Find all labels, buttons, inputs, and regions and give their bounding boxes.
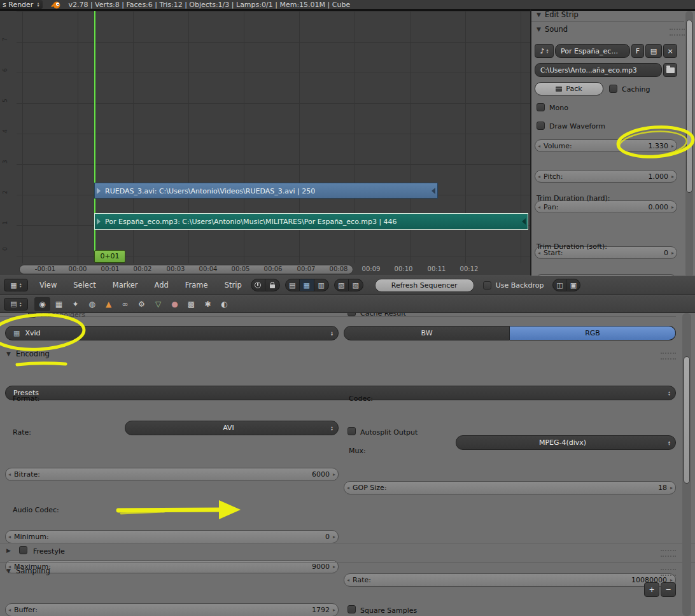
encoding-presets-dropdown[interactable]: Presets [5, 386, 676, 400]
panel-expand-icon: ▼ [6, 568, 11, 574]
properties-editor-icon: ▤ [10, 300, 17, 308]
current-frame-badge[interactable]: 0+01 [94, 250, 125, 263]
scene-icon: ✦ [72, 300, 78, 309]
audio-codec-label: Audio Codec: [13, 506, 59, 514]
proxy-button[interactable]: ▧ [334, 279, 349, 291]
menu-strip[interactable]: Strip [225, 281, 242, 290]
panel-drag-grip[interactable] [661, 353, 676, 360]
tab-scene[interactable]: ✦ [67, 297, 83, 311]
minimum-value: 0 [325, 533, 330, 541]
chevron-updown-icon: ▴▾ [547, 48, 549, 53]
image-stack-button[interactable]: ▣ [566, 279, 580, 291]
caching-checkbox[interactable] [609, 85, 617, 93]
pack-button[interactable]: Pack [535, 82, 603, 95]
pack-label: Pack [566, 85, 582, 93]
panel-drag-grip[interactable] [661, 569, 676, 576]
sound-browse-button[interactable]: ♪ ▴▾ [535, 44, 554, 58]
tab-object[interactable]: ▲ [101, 297, 116, 311]
buffer-field[interactable]: Buffer: 1792 [5, 603, 339, 616]
minus-icon: − [665, 585, 671, 594]
add-preset-button[interactable]: + [644, 582, 659, 597]
panel-drag-grip[interactable] [661, 550, 676, 557]
copy-datablock-button[interactable]: ▤ [645, 44, 662, 58]
menu-frame[interactable]: Frame [185, 281, 208, 290]
gop-size-field[interactable]: GOP Size: 18 [344, 481, 676, 494]
edit-strip-panel-header[interactable]: ▼ Edit Strip [537, 10, 579, 19]
unlink-button[interactable]: × [663, 44, 677, 58]
menu-view[interactable]: View [39, 281, 57, 290]
pitch-label: Pitch: [544, 172, 563, 181]
pitch-field[interactable]: Pitch: 1.000 [535, 170, 677, 183]
use-backdrop-checkbox[interactable] [483, 281, 491, 290]
tab-render-layers[interactable]: ▦ [51, 297, 67, 311]
mux-rate-field[interactable]: Rate: 10080000 [344, 573, 676, 587]
mux-rate-label: Rate: [353, 576, 371, 584]
scrollbar-thumb[interactable] [686, 20, 692, 193]
clapperboard-button[interactable]: ◫ [552, 279, 566, 291]
format-dropdown[interactable]: AVI [125, 421, 339, 435]
bitrate-field[interactable]: Bitrate: 6000 [5, 468, 339, 481]
square-samples-checkbox[interactable] [348, 605, 356, 613]
lock-button[interactable] [265, 279, 280, 291]
tab-data[interactable]: ▽ [150, 297, 166, 311]
draw-waveform-checkbox[interactable] [537, 122, 545, 130]
tab-world[interactable]: ◍ [84, 297, 100, 311]
pan-field[interactable]: Pan: 0.000 [535, 200, 677, 213]
cache-result-checkbox[interactable] [348, 313, 356, 316]
tab-render[interactable]: ◉ [34, 297, 50, 311]
autosplit-checkbox[interactable] [348, 427, 356, 435]
gop-size-label: GOP Size: [353, 484, 387, 492]
menu-add[interactable]: Add [155, 281, 169, 290]
sound-name-field[interactable]: Por España_ec... [555, 44, 630, 58]
channel-label: 3 [2, 157, 12, 166]
time-label: 00:07 [292, 265, 320, 272]
panel-drag-grip[interactable] [670, 29, 685, 36]
menu-select[interactable]: Select [73, 281, 95, 290]
sampling-panel-header[interactable]: ▼ Sampling [6, 566, 50, 575]
tab-texture[interactable]: ▩ [183, 297, 199, 311]
freestyle-panel-header[interactable]: ▶ [6, 547, 11, 554]
mono-checkbox[interactable] [537, 103, 545, 111]
filepath-field[interactable]: C:\Users\Anto...aña_eco.mp3 [535, 63, 662, 77]
properties-scrollbar[interactable] [682, 313, 691, 616]
volume-field[interactable]: Volume: 1.330 [535, 139, 677, 152]
color-mode-rgb-button[interactable]: RGB [510, 326, 676, 340]
object-icon: ▲ [106, 300, 111, 309]
view-sequence-toggle[interactable]: ▤ [285, 279, 300, 291]
codec-dropdown[interactable]: MPEG-4(divx) [456, 435, 676, 450]
editor-type-button[interactable]: ▦ ▴▾ [4, 279, 28, 291]
sidebar-scrollbar[interactable] [685, 11, 693, 276]
tab-physics[interactable]: ◐ [216, 297, 232, 311]
channel-label: 2 [2, 188, 12, 197]
freestyle-checkbox[interactable] [19, 546, 27, 554]
tab-particles[interactable]: ✱ [200, 297, 216, 311]
menu-marker[interactable]: Marker [113, 281, 138, 290]
view-preview-toggle[interactable]: ▥ [314, 279, 329, 291]
sound-panel-header[interactable]: ▼ Sound [537, 25, 568, 34]
file-browse-button[interactable] [663, 63, 677, 77]
fake-user-button[interactable]: F [631, 44, 644, 58]
video-strip[interactable]: RUEDAS_3.avi: C:\Users\Antonio\Videos\RU… [94, 183, 438, 199]
encoding-panel-header[interactable]: ▼ Encoding [6, 349, 50, 358]
pan-value: 0.000 [649, 203, 669, 211]
codec-value: MPEG-4(divx) [539, 438, 586, 447]
audio-strip[interactable]: Por España_eco.mp3: C:\Users\Antonio\Mus… [94, 213, 528, 230]
minimum-field[interactable]: Minimum: 0 [5, 530, 339, 543]
tab-material[interactable]: ● [167, 297, 183, 311]
overlay-button[interactable]: ▨ [349, 279, 363, 291]
sound-name: Por España_ec... [561, 47, 618, 55]
lock-icon [270, 284, 275, 288]
placeholders-checkbox[interactable] [28, 313, 36, 318]
refresh-sequencer-button[interactable]: Refresh Sequencer [375, 279, 474, 292]
view-both-toggle[interactable]: ▦ [300, 279, 314, 291]
tab-modifiers[interactable]: ⚙ [134, 297, 150, 311]
tab-constraints[interactable]: ∞ [117, 297, 133, 311]
remove-preset-button[interactable]: − [661, 582, 676, 597]
snap-time-button[interactable] [251, 279, 265, 291]
blender-logo-icon [50, 1, 62, 9]
render-engine-menu[interactable]: s Render ▴▾ [0, 0, 43, 9]
scrollbar-thumb[interactable] [684, 356, 690, 484]
container-dropdown[interactable]: ▦ Xvid [5, 326, 339, 340]
editor-type-button[interactable]: ▤ ▴▾ [4, 298, 28, 311]
color-mode-bw-button[interactable]: BW [344, 326, 510, 340]
